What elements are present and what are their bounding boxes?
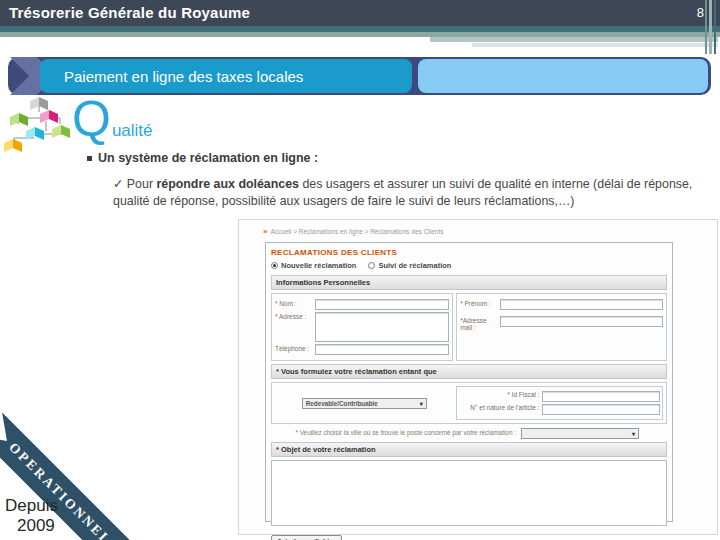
edge-stripe-2 xyxy=(709,0,712,54)
role-dropdown-value: Redevable/Contribuable xyxy=(306,400,378,407)
ville-label: * Veuillez choisir la ville où se trouve… xyxy=(271,429,516,438)
prenom-label: * Prénom : xyxy=(460,299,500,307)
checkmark-icon: ✓ xyxy=(113,177,123,191)
web-form-screenshot: » Accueil > Réclamations en ligne > Récl… xyxy=(238,219,718,535)
id-fiscal-input[interactable] xyxy=(542,391,660,402)
qualite-drop-cap: Q xyxy=(72,94,111,144)
personal-fields: * Nom : * Adresse : Téléphone : * Prénom xyxy=(271,293,667,361)
section-role: * Vous formulez votre réclamation entant… xyxy=(271,364,667,379)
telephone-label: Téléphone : xyxy=(275,344,315,352)
nom-label: * Nom : xyxy=(275,299,315,307)
quality-cluster-icon xyxy=(4,97,76,161)
role-left-pane: Redevable/Contribuable ▾ xyxy=(275,386,453,420)
banner-title-label: Paiement en ligne des taxes locales xyxy=(64,68,303,85)
slide: Trésorerie Générale du Royaume 8 Paiemen… xyxy=(0,0,720,540)
adresse-label: * Adresse : xyxy=(275,312,315,320)
radio-suivi-label: Suivi de réclamation xyxy=(378,261,451,270)
since-2009-label: Depuis 2009 xyxy=(5,496,58,535)
breadcrumb[interactable]: » Accueil > Réclamations en ligne > Récl… xyxy=(263,227,444,236)
banner-title: Paiement en ligne des taxes locales xyxy=(40,59,412,93)
section-title-qualite: Qualité xyxy=(72,94,153,144)
section-informations-personnelles: Informations Personnelles xyxy=(271,275,667,290)
id-fiscal-label: * Id Fiscal : xyxy=(459,391,542,399)
breadcrumb-arrow-icon: » xyxy=(263,227,267,236)
nom-input[interactable] xyxy=(315,299,449,310)
objet-textarea[interactable] xyxy=(271,460,667,526)
role-block: Redevable/Contribuable ▾ * Id Fiscal : N… xyxy=(271,382,667,424)
ville-dropdown[interactable]: ▾ xyxy=(521,428,639,439)
since-line2: 2009 xyxy=(17,516,58,536)
section-objet: * Objet de votre réclamation xyxy=(271,442,667,457)
bullet-square-icon xyxy=(87,156,92,161)
radio-suivi-reclamation[interactable] xyxy=(368,262,375,269)
adresse-mail-input[interactable] xyxy=(500,316,663,327)
header-stripe-right-2 xyxy=(472,43,718,47)
bullet-item: Un système de réclamation en ligne : xyxy=(87,151,318,165)
ville-row: * Veuillez choisir la ville où se trouve… xyxy=(271,428,667,439)
reclamation-type-radios: Nouvelle réclamation Suivi de réclamatio… xyxy=(271,261,667,270)
role-right-pane: * Id Fiscal : N° et nature de l'article … xyxy=(456,386,663,420)
radio-nouvelle-label: Nouvelle réclamation xyxy=(281,261,356,270)
banner-empty-box xyxy=(418,59,708,93)
personal-left-column: * Nom : * Adresse : Téléphone : xyxy=(271,293,453,361)
chevron-down-icon: ▾ xyxy=(632,430,635,437)
since-line1: Depuis xyxy=(5,496,58,516)
check-text-bold: répondre aux doléances xyxy=(156,177,299,191)
telephone-input[interactable] xyxy=(315,344,449,355)
radio-nouvelle-reclamation[interactable] xyxy=(271,262,278,269)
check-text-pre: Pour xyxy=(123,177,156,191)
adresse-mail-label: *Adresse mail : xyxy=(460,316,500,331)
reclamation-form: RECLAMATIONS DES CLIENTS Nouvelle réclam… xyxy=(265,242,673,522)
prenom-input[interactable] xyxy=(500,299,663,310)
check-paragraph: ✓ Pour répondre aux doléances des usager… xyxy=(113,176,713,209)
chevron-down-icon: ▾ xyxy=(420,400,423,407)
adresse-textarea[interactable] xyxy=(315,312,449,342)
slide-number: 8 xyxy=(697,5,704,20)
role-dropdown[interactable]: Redevable/Contribuable ▾ xyxy=(302,398,427,409)
edge-stripe-3 xyxy=(714,0,716,54)
article-input[interactable] xyxy=(542,404,660,415)
bullet-label: Un système de réclamation en ligne : xyxy=(98,151,318,165)
article-label: N° et nature de l'article : xyxy=(459,404,542,412)
personal-right-column: * Prénom : *Adresse mail : xyxy=(456,293,667,361)
header-title: Trésorerie Générale du Royaume xyxy=(9,4,250,21)
qualite-rest: ualité xyxy=(112,121,153,141)
form-title: RECLAMATIONS DES CLIENTS xyxy=(271,248,667,257)
attach-file-button[interactable]: Joindre un fichier xyxy=(271,535,342,540)
header-stripe-right-1 xyxy=(430,37,718,42)
edge-stripe-1 xyxy=(705,0,707,54)
breadcrumb-text: Accueil > Réclamations en ligne > Réclam… xyxy=(270,228,443,235)
